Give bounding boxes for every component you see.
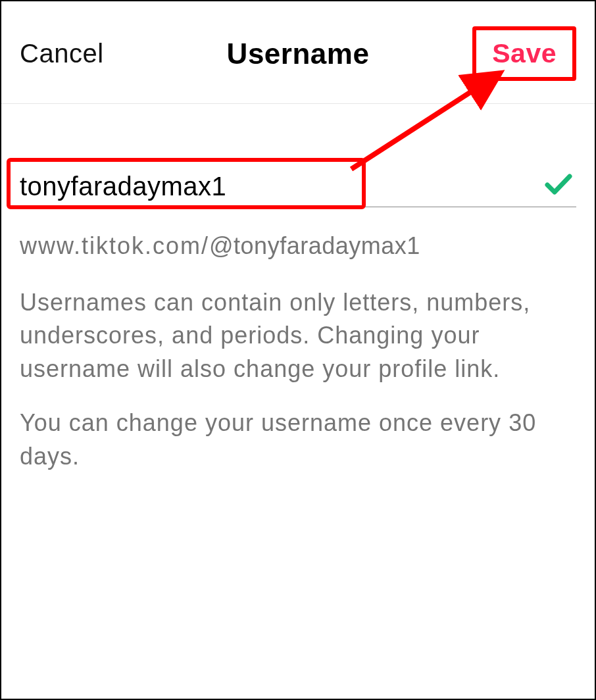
url-prefix: www.tiktok.com/ bbox=[20, 232, 209, 259]
url-handle: @tonyfaradaymax1 bbox=[209, 232, 420, 259]
help-text-rules: Usernames can contain only letters, numb… bbox=[20, 286, 576, 386]
header-bar: Cancel Username Save bbox=[1, 1, 595, 104]
cancel-button[interactable]: Cancel bbox=[20, 39, 104, 68]
page-title: Username bbox=[227, 38, 370, 70]
save-button[interactable]: Save bbox=[485, 36, 563, 72]
help-text-frequency: You can change your username once every … bbox=[20, 407, 576, 473]
content-area: www.tiktok.com/@tonyfaradaymax1 Username… bbox=[1, 104, 595, 473]
checkmark-icon bbox=[545, 170, 572, 203]
annotation-box-save: Save bbox=[472, 26, 576, 81]
username-input[interactable] bbox=[20, 172, 545, 201]
username-input-row bbox=[20, 170, 576, 207]
profile-url-text: www.tiktok.com/@tonyfaradaymax1 bbox=[20, 232, 576, 260]
